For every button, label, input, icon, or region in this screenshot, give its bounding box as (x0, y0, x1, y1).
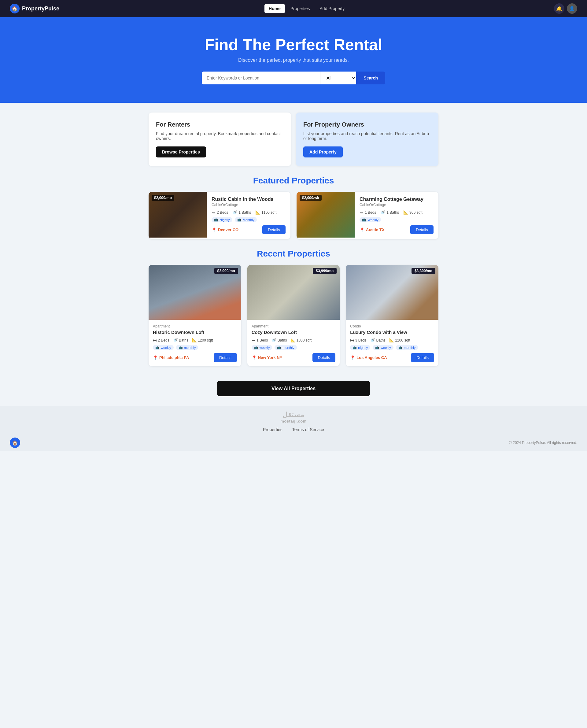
footer-copyright: © 2024 PropertyPulse. All rights reserve… (509, 441, 577, 445)
view-all-button[interactable]: View All Properties (217, 381, 370, 396)
tv-icon-r2b (277, 346, 281, 350)
featured-price-1: $2,000/mo (151, 195, 174, 201)
recent-footer-2: New York NY Details (252, 353, 336, 362)
info-cards: For Renters Find your dream rental prope… (144, 113, 443, 166)
featured-beds-2: 1 Beds (359, 210, 376, 215)
tag-monthly-r1: monthly (176, 345, 198, 350)
sqft-icon-r3 (389, 338, 394, 343)
add-property-button[interactable]: Add Property (303, 146, 343, 158)
recent-card-3: $3,300/mo Condo Luxury Condo with a View… (346, 265, 439, 366)
recent-body-3: Condo Luxury Condo with a View 3 Beds Ba… (346, 320, 439, 366)
bed-icon-2 (359, 210, 363, 215)
tv-icon (214, 218, 218, 222)
renters-desc: Find your dream rental property. Bookmar… (156, 131, 284, 141)
sqft-icon (255, 210, 260, 215)
recent-location-3: Los Angeles CA (350, 355, 387, 360)
footer-brand-sub: mostaqi.com (0, 419, 587, 423)
notification-button[interactable]: 🔔 (554, 3, 564, 14)
tag-weekly-2: Weekly (359, 217, 381, 222)
recent-details-btn-2[interactable]: Details (312, 353, 336, 362)
home-icon: 🏠 (12, 440, 18, 446)
nav-icons: 🔔 👤 (554, 3, 577, 14)
footer-brand-text: مستقل (282, 411, 305, 419)
tag-weekly-r2: weekly (252, 345, 273, 350)
tag-weekly-r3: weekly (373, 345, 394, 350)
sqft-icon-r1 (192, 338, 197, 343)
tag-nightly-1: Nightly (212, 217, 232, 222)
recent-tags-2: weekly monthly (252, 345, 336, 350)
recent-tags-1: weekly monthly (153, 345, 237, 350)
nav-link-add-property[interactable]: Add Property (315, 4, 349, 13)
featured-sqft-2: 900 sqft (403, 210, 423, 215)
renters-card: For Renters Find your dream rental prope… (148, 113, 291, 166)
bed-icon (212, 210, 215, 215)
tv-icon-2 (237, 218, 241, 222)
loc-icon-r2 (252, 355, 257, 360)
recent-img-wrap-1: $2,099/mo (148, 265, 241, 320)
navbar: 🏠 PropertyPulse Home Properties Add Prop… (0, 0, 587, 17)
bed-icon-r2 (252, 338, 256, 343)
property-type-select[interactable]: All Apartment Condo Cabin House (320, 72, 356, 85)
featured-footer-1: Denver CO Details (212, 225, 285, 234)
search-input[interactable] (202, 72, 320, 85)
recent-price-1: $2,099/mo (214, 268, 238, 274)
browse-properties-button[interactable]: Browse Properties (156, 146, 206, 158)
nav-link-properties[interactable]: Properties (286, 4, 314, 13)
sqft-icon-2 (403, 210, 408, 215)
loc-icon-r1 (153, 355, 158, 360)
featured-info-2: Charming Cottage Getaway CabinOrCottage … (355, 192, 439, 239)
recent-body-1: Apartment Historic Downtown Loft 2 Beds … (148, 320, 241, 366)
featured-card-1: $2,000/mo Rustic Cabin in the Woods Cabi… (148, 192, 290, 239)
recent-type-1: Apartment (153, 324, 237, 328)
footer-brand: مستقل mostaqi.com (0, 406, 587, 425)
search-bar: All Apartment Condo Cabin House Search (202, 72, 385, 85)
renters-title: For Renters (156, 121, 284, 128)
brand-logo: 🏠 (10, 4, 20, 14)
recent-grid: $2,099/mo Apartment Historic Downtown Lo… (148, 265, 439, 366)
bath-icon-r1 (173, 338, 178, 343)
featured-details-btn-1[interactable]: Details (262, 225, 285, 234)
recent-details-btn-1[interactable]: Details (214, 353, 237, 362)
recent-baths-2: Baths (272, 338, 287, 343)
search-button[interactable]: Search (356, 72, 385, 85)
footer-bottom: 🏠 © 2024 PropertyPulse. All rights reser… (0, 435, 587, 451)
tv-icon-3 (362, 218, 366, 222)
recent-baths-1: Baths (173, 338, 188, 343)
recent-price-3: $3,300/mo (412, 268, 436, 274)
featured-location-2: Austin TX (359, 228, 384, 232)
tv-icon-r2a (254, 346, 258, 350)
tv-icon-r3c (398, 346, 403, 350)
featured-img-wrap-2: $2,000/wk (297, 192, 355, 239)
footer-link-tos[interactable]: Terms of Service (292, 427, 324, 432)
recent-beds-2: 1 Beds (252, 338, 268, 343)
tag-weekly-r1: weekly (153, 345, 174, 350)
featured-details-btn-2[interactable]: Details (410, 225, 433, 234)
recent-tags-3: nightly weekly monthly (350, 345, 434, 350)
featured-price-2: $2,000/wk (300, 195, 322, 201)
featured-info-1: Rustic Cabin in the Woods CabinOrCottage… (207, 192, 290, 239)
bath-icon (232, 210, 237, 215)
recent-stats-3: 3 Beds Baths 2200 sqft (350, 338, 434, 343)
footer-home-button[interactable]: 🏠 (10, 438, 20, 448)
featured-stats-2: 1 Beds 1 Baths 900 sqft (359, 210, 433, 215)
featured-title: Featured Properties (148, 176, 439, 186)
featured-baths-2: 1 Baths (380, 210, 399, 215)
nav-links: Home Properties Add Property (264, 4, 349, 13)
footer-link-properties[interactable]: Properties (263, 427, 282, 432)
owners-card: For Property Owners List your properties… (296, 113, 439, 166)
recent-details-btn-3[interactable]: Details (411, 353, 434, 362)
tv-icon-r3a (353, 346, 357, 350)
tv-icon-r1b (179, 346, 183, 350)
featured-type-1: CabinOrCottage (212, 203, 285, 207)
bath-icon-2 (380, 210, 385, 215)
view-all-wrap: View All Properties (0, 376, 587, 406)
hero-section: Find The Perfect Rental Discover the per… (0, 17, 587, 103)
featured-stats-1: 2 Beds 1 Baths 1100 sqft (212, 210, 285, 215)
featured-baths-1: 1 Baths (232, 210, 251, 215)
recent-footer-1: Philadelphia PA Details (153, 353, 237, 362)
tag-monthly-1: Monthly (235, 217, 257, 222)
owners-title: For Property Owners (303, 121, 431, 128)
nav-link-home[interactable]: Home (264, 4, 285, 13)
avatar[interactable]: 👤 (567, 3, 577, 14)
recent-card-1: $2,099/mo Apartment Historic Downtown Lo… (148, 265, 241, 366)
